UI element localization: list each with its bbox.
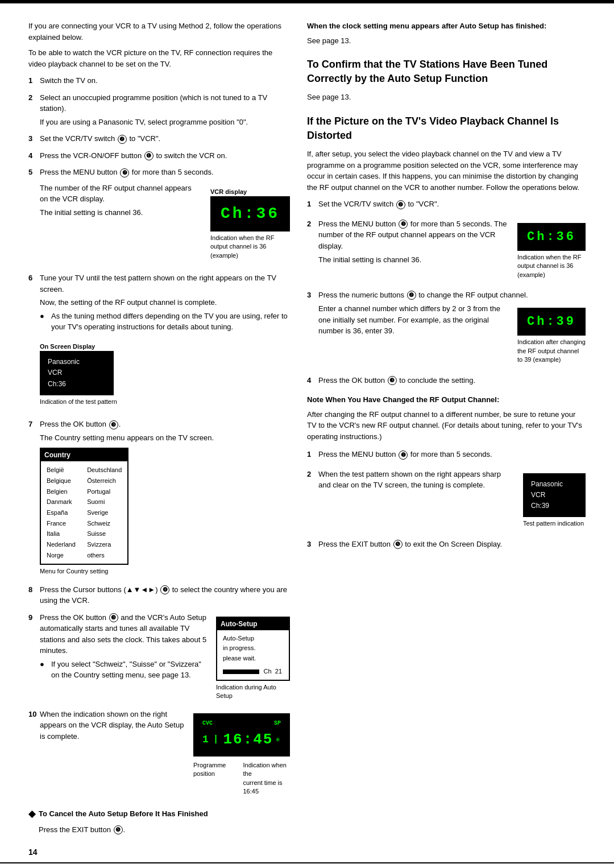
step-1-num: 1 (28, 75, 40, 89)
vcr-display-caption-right-2: Indication when the RF output channel is… (517, 253, 586, 279)
prog-num: 1 (202, 732, 209, 747)
step-7-num: 7 (28, 419, 40, 581)
step-7-extra: The Country setting menu appears on the … (40, 432, 290, 444)
step-2: 2 Select an unoccupied programme positio… (28, 92, 290, 130)
autosetup-item1: Auto-Setup (223, 634, 283, 644)
onscreen-label-6: On Screen Display (40, 342, 95, 352)
right-step-1: 1 Set the VCR/TV switch ❷ to "VCR". (307, 199, 586, 213)
bullet-9: ● (40, 659, 51, 681)
left-column: If you are connecting your VCR to a TV u… (28, 20, 290, 840)
right-step-2: 2 Press the MENU button ❼ for more than … (307, 218, 586, 284)
vcr-display-ch36-step5: Ch:36 (210, 196, 290, 232)
onscreen-ch39-ch: Ch:39 (531, 501, 578, 511)
bullet-6: ● (40, 311, 51, 333)
right-step-2-num: 2 (307, 218, 318, 284)
step-8-text: Press the Cursor buttons (▲▼◄►) ❹ to sel… (40, 584, 290, 606)
clock-text: See page 13. (307, 35, 586, 47)
vcr-time-display: CVC SP 1 | 16:45 ✳ (193, 713, 290, 757)
right-final-list: 1 Press the MENU button ❼ for more than … (307, 449, 586, 552)
step-6-text: Tune your TV until the test pattern show… (40, 272, 290, 295)
right-step-3-num: 3 (307, 290, 318, 369)
step-2-extra: If you are using a Panasonic TV, select … (40, 117, 290, 128)
step-5: 5 Press the MENU button ❼ for more than … (28, 167, 290, 269)
step-7: 7 Press the OK button ❸. The Country set… (28, 419, 290, 581)
autosetup-item2: in progress. (223, 643, 283, 654)
country-right: Deutschland Österreich Portugal Suomi Sv… (87, 465, 122, 560)
right-step-2-extra: The initial setting is channel 36. (318, 254, 508, 266)
country-header: Country (41, 449, 127, 461)
country-grid: België Belgique Belgien Danmark España F… (47, 465, 122, 560)
right-step-4-text: Press the OK button ❸ to conclude the se… (318, 375, 586, 386)
vcr-display-ch36-right: Ch:36 (517, 223, 586, 251)
right-step-4: 4 Press the OK button ❸ to conclude the … (307, 375, 586, 389)
step-9: 9 Press the OK button ❸ and the VCR's Au… (28, 612, 290, 705)
right-step-3: 3 Press the numeric buttons ❷ to change … (307, 290, 586, 369)
step-10: 10 When the indication shown on the righ… (28, 709, 290, 801)
right-step-3-text: Press the numeric buttons ❷ to change th… (318, 290, 586, 301)
clock-heading: When the clock setting menu appears afte… (307, 22, 546, 30)
final-step-3-num: 3 (307, 539, 318, 553)
confirm-text: See page 13. (307, 92, 586, 103)
page-number: 14 (28, 848, 38, 857)
final-step-3: 3 Press the EXIT button ❺ to exit the On… (307, 539, 586, 553)
autosetup-box: Auto-Setup Auto-Setup in progress. pleas… (216, 617, 290, 681)
clock-section: When the clock setting menu appears afte… (307, 20, 586, 46)
confirm-heading: To Confirm that the TV Stations Have Bee… (307, 57, 586, 86)
autosetup-header: Auto-Setup (217, 618, 289, 630)
step-9-bullet: If you select "Schweiz", "Suisse" or "Sv… (51, 659, 207, 681)
autosetup-progress (223, 669, 259, 674)
step-9-num: 9 (28, 612, 40, 705)
cancel-text: Press the EXIT button ❺. (39, 824, 208, 836)
time-separator-left: | (211, 733, 221, 746)
distorted-heading: If the Picture on the TV's Video Playbac… (307, 114, 586, 143)
vcr-display-ch39: Ch:39 (517, 308, 586, 336)
cvc-indicator: CVC (202, 719, 213, 728)
step-6: 6 Tune your TV until the test pattern sh… (28, 272, 290, 415)
step-5-extra1: The number of the RF output channel appe… (40, 183, 199, 205)
time-label: Indication when thecurrent time is 16:45 (243, 761, 290, 796)
onscreen-ch39-box: Panasonic VCR Ch:39 (523, 473, 586, 518)
step-3-text: Set the VCR/TV switch ❷ to "VCR". (40, 133, 290, 144)
final-step-2-text: When the test pattern shown on the right… (318, 469, 514, 491)
final-step-1: 1 Press the MENU button ❼ for more than … (307, 449, 586, 463)
country-left: België Belgique Belgien Danmark España F… (47, 465, 81, 560)
right-step-2-text: Press the MENU button ❼ for more than 5 … (318, 218, 508, 252)
onscreen-vcr: VCR (48, 367, 106, 378)
step-1-text: Switch the TV on. (40, 75, 290, 86)
step-1: 1 Switch the TV on. (28, 75, 290, 89)
confirm-section: To Confirm that the TV Stations Have Bee… (307, 57, 586, 103)
autosetup-caption: Indication during Auto Setup (216, 683, 290, 701)
vcr-display-caption-ch39: Indication after changing the RF output … (517, 338, 586, 364)
step-6-num: 6 (28, 272, 40, 415)
step-6-bullet: As the tuning method differs depending o… (51, 311, 290, 333)
step-4-num: 4 (28, 150, 40, 164)
asterisk: ✳ (275, 734, 280, 746)
right-step-1-text: Set the VCR/TV switch ❷ to "VCR". (318, 199, 586, 210)
country-caption: Menu for Country setting (40, 567, 108, 576)
onscreen-ch36: Ch:36 (48, 379, 106, 390)
step-6-extra: Now, the setting of the RF output channe… (40, 297, 290, 308)
step-5-num: 5 (28, 167, 40, 269)
step-7-text: Press the OK button ❸. (40, 419, 290, 430)
step-2-num: 2 (28, 92, 40, 130)
right-column: When the clock setting menu appears afte… (307, 20, 586, 840)
prog-label: Programmeposition (193, 761, 226, 796)
onscreen-ch39-vcr: VCR (531, 490, 578, 501)
test-pattern-caption: Test pattern indication (523, 519, 584, 528)
step-10-num: 10 (28, 709, 40, 801)
vcr-display-label-5: VCR display (210, 187, 247, 197)
step-8: 8 Press the Cursor buttons (▲▼◄►) ❹ to s… (28, 584, 290, 609)
sp-indicator: SP (274, 719, 281, 728)
autosetup-item3: please wait. (223, 654, 283, 664)
step-4-text: Press the VCR-ON/OFF button ❶ to switch … (40, 150, 290, 162)
final-step-2-num: 2 (307, 469, 318, 533)
page: If you are connecting your VCR to a TV u… (0, 0, 614, 868)
country-box: Country België Belgique Belgien Danmark … (40, 448, 128, 565)
step-3: 3 Set the VCR/TV switch ❷ to "VCR". (28, 133, 290, 147)
step-5-extra2: The initial setting is channel 36. (40, 207, 199, 218)
distorted-intro: If, after setup, you select the video pl… (307, 148, 586, 193)
time-value: 16:45 (223, 729, 273, 751)
step-3-num: 3 (28, 133, 40, 147)
final-step-3-text: Press the EXIT button ❺ to exit the On S… (318, 539, 586, 550)
pattern-caption-6: Indication of the test pattern (40, 398, 117, 406)
